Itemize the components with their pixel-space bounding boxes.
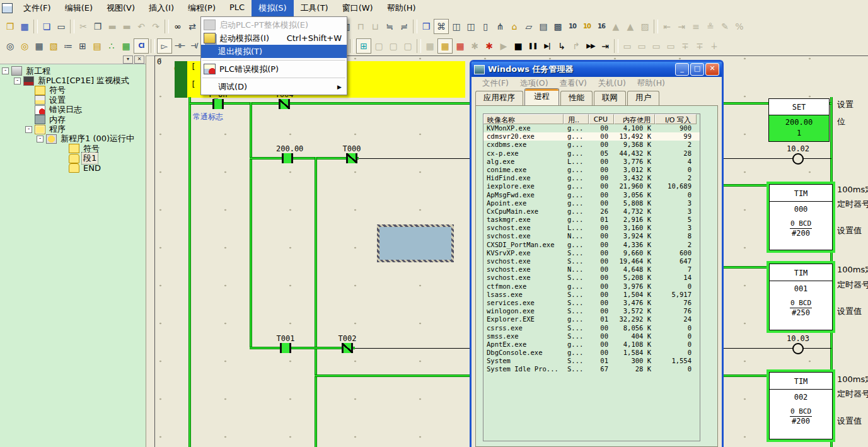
output-window-icon[interactable]: ▤ [536,20,550,33]
tree-view-icon[interactable]: ∴ [105,39,119,53]
redo-icon[interactable]: ↷ [149,20,163,33]
process-row[interactable]: CXSDI_PortMan.exe g... 00 4,336 K 2 [483,241,700,249]
align-icon[interactable]: ≡ [689,20,703,33]
process-row[interactable]: conime.exe g... 00 3,012 K 0 [483,166,700,174]
grid-icon[interactable]: ▦ [32,39,46,53]
process-row[interactable]: HidFind.exe g... 00 3,432 K 2 [483,174,700,182]
menu-help[interactable]: 帮助(H) [380,0,423,16]
grayed-up-icon[interactable]: ▲ [609,20,623,33]
tree-item-settings[interactable]: 设置 [0,95,146,105]
indent-left-icon[interactable]: ⇤ [660,20,674,33]
expander-icon[interactable]: - [2,67,9,74]
process-row[interactable]: svchost.exe S... 00 5,208 K 14 [483,274,700,282]
tm-menu-options[interactable]: 选项(O) [514,78,554,89]
tab-users[interactable]: 用户 [627,91,659,105]
process-row[interactable]: KVMonXP.exe g... 00 4,100 K 900 [483,124,700,132]
io-comment-icon[interactable]: ⊞ [76,39,90,53]
process-row[interactable]: System Idle Pro... S... 67 28 K 0 [483,365,700,373]
grayed-window-icon[interactable]: ▢ [386,39,400,53]
grayed-net-icon[interactable]: ▨ [638,20,652,33]
tm-menu-help[interactable]: 帮助(H) [632,78,671,89]
process-row[interactable]: ApMsgFwd.exe g... 00 3,056 K 0 [483,191,700,199]
menu-window[interactable]: 窗口(W) [335,0,380,16]
process-row[interactable]: ctfmon.exe g... 00 3,976 K 0 [483,282,700,291]
selected-cell[interactable] [377,224,454,262]
process-row[interactable]: svchost.exe L... 00 3,160 K 3 [483,224,700,232]
process-row[interactable]: svchost.exe S... 00 19,464 K 647 [483,257,700,265]
grayed-ladder-icon[interactable]: ▭ [635,39,649,53]
select-tool-icon[interactable]: ▻ [157,38,172,54]
task-manager-titlebar[interactable]: Windows 任务管理器 _ □ ✕ [472,62,722,77]
process-row[interactable]: cdmsvr20.exe g... 00 13,492 K 99 [483,132,700,141]
toolbar-separator[interactable] [417,39,421,53]
grayed-up-icon[interactable]: ▲ [623,20,637,33]
process-row[interactable]: services.exe S... 00 3,476 K 76 [483,299,700,307]
expander-icon[interactable]: - [14,78,21,84]
memory-view-icon[interactable]: ▩ [551,20,565,33]
toolbar-separator[interactable] [151,39,155,53]
find-icon[interactable]: ∞ [171,20,185,33]
cut-icon[interactable]: ✂ [76,20,90,33]
contact-200-00[interactable]: 200.00 [276,144,299,163]
process-row[interactable]: iexplore.exe g... 00 21,960 K 10,689 [483,182,700,190]
cascade-windows-icon[interactable]: ❒ [419,20,433,33]
tim-002-block[interactable]: TIM 002 0 BCD #200 [767,369,835,442]
tree-item-program1[interactable]: - 新程序1 (00)运行中 [0,134,146,144]
process-row[interactable]: winlogon.exe S... 00 3,572 K 76 [483,307,700,315]
cross-reference-icon[interactable]: ⋔ [493,20,507,33]
partial-transfer-icon[interactable]: ⊓ [354,20,367,33]
toolbar-separator[interactable] [614,39,618,53]
menu-tools[interactable]: 工具(T) [294,0,335,16]
toolbar-separator[interactable] [654,20,658,33]
grayed-ladder-icon[interactable]: ▭ [664,39,678,53]
process-row[interactable]: alg.exe L... 00 3,776 K 4 [483,158,700,166]
io-window-icon[interactable]: ▯ [478,20,492,33]
tree-item-plc[interactable]: - 新PLC1[CP1E] 监视模式 [0,76,146,85]
tm-menu-file[interactable]: 文件(F) [477,78,514,89]
process-row[interactable]: svchost.exe N... 00 4,648 K 7 [483,265,700,274]
address-reference-icon[interactable]: ▱ [522,20,536,33]
column-header-io-writes[interactable]: I/O 写入 [655,114,697,124]
ci-view-icon[interactable]: CI [134,38,149,54]
stop-icon[interactable]: ■ [511,39,525,53]
watch-window-icon[interactable]: ◫ [464,20,478,33]
expander-icon[interactable]: - [37,136,43,142]
replace-icon[interactable]: ⇄ [185,20,199,33]
pen-icon[interactable]: ✎ [718,20,732,33]
output-coil-10-03[interactable] [792,343,804,354]
pause-trigger-icon[interactable]: ✱ [482,39,496,53]
paragraph-icon[interactable]: ≗ [703,20,717,33]
set-instruction-block[interactable]: SET 200.00 1 [768,98,830,142]
toolbar-separator[interactable] [70,20,74,33]
sma-view-icon[interactable]: ▦ [119,39,133,53]
contact-t001[interactable]: T001 [274,334,297,353]
chevron-down-icon[interactable]: ▾ [123,55,133,64]
tab-performance[interactable]: 性能 [560,91,593,105]
process-row[interactable]: KVSrvXP.exe S... 00 9,660 K 600 [483,249,700,257]
tim-001-block[interactable]: TIM 001 0 BCD #250 [767,261,835,333]
zoom-fit-icon[interactable]: ◎ [18,39,32,53]
column-header-cpu[interactable]: CPU [589,114,614,124]
menu-start-plc-pt-simulation[interactable]: 启动PLC-PT整体模拟(E) [201,18,347,32]
column-header-memory[interactable]: 内存使用 [614,114,655,124]
simulator-start-icon[interactable]: ▦ [437,38,453,54]
decimal-monitor-icon[interactable]: 10 [565,20,579,33]
column-header-image-name[interactable]: 映像名称 [483,114,564,124]
step-in-icon[interactable]: ↳ [555,39,569,53]
zoom-in-icon[interactable]: ◎ [3,39,17,53]
menu-start-simulator[interactable]: 起动模拟器(I) Ctrl+Shift+W [201,32,347,45]
process-row[interactable]: smss.exe S... 00 404 K 0 [483,332,700,340]
block-list-icon[interactable]: ▤ [90,39,104,53]
print-preview-icon[interactable]: ❏ [40,20,54,33]
paste-special-icon[interactable]: ▬ [120,20,134,33]
step-run-icon[interactable]: ▶| [540,39,554,53]
tree-item-error-log[interactable]: 错误日志 [0,105,146,115]
process-row[interactable]: Explorer.EXE g... 01 32,292 K 24 [483,315,700,323]
tm-menu-view[interactable]: 查看(V) [554,78,593,89]
close-icon[interactable]: ✕ [134,55,144,64]
process-row[interactable]: DbgConsole.exe g... 00 1,584 K 0 [483,349,700,357]
toolbar-separator[interactable] [350,39,354,53]
step-out-icon[interactable]: ↱ [569,39,583,53]
menu-plc[interactable]: PLC [223,0,252,16]
save-icon[interactable]: ▦ [18,20,32,33]
